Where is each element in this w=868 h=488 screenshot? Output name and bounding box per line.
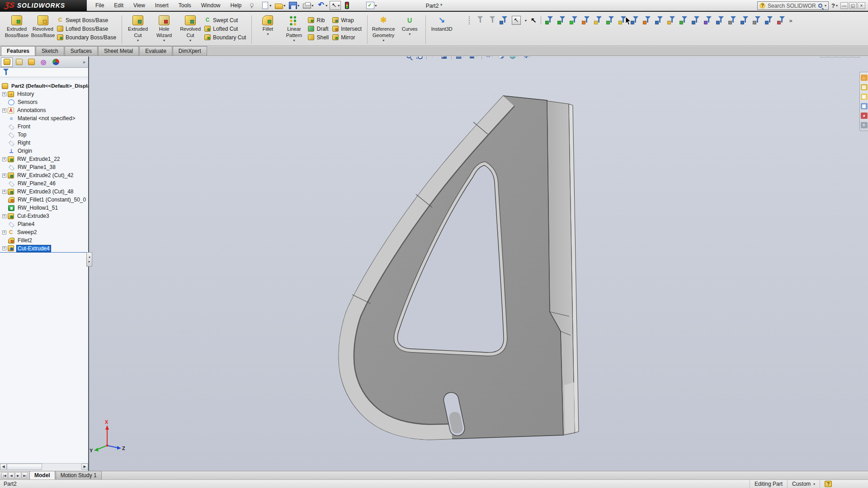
save-dropdown-icon[interactable]: ▾: [297, 4, 299, 8]
tree-item-fillet2[interactable]: Fillet2: [0, 236, 88, 244]
menu-view[interactable]: View: [128, 0, 150, 10]
tree-item-cut-extrude3[interactable]: +Cut-Extrude3: [0, 212, 88, 220]
tree-item-rw-hollow1-51[interactable]: RW_Hollow1_51: [0, 204, 88, 212]
select-all-filters-button[interactable]: [500, 16, 508, 24]
filter-centerlines-button[interactable]: [704, 16, 712, 24]
display-style-dropdown-icon[interactable]: ▾: [476, 56, 477, 58]
scroll-right-button[interactable]: ▶: [81, 464, 88, 470]
wrap-button[interactable]: Wrap: [331, 16, 364, 24]
edit-appearance-button[interactable]: [497, 56, 505, 60]
tree-horizontal-scrollbar[interactable]: ◀ ▶: [0, 463, 88, 470]
view-settings-dropdown-icon[interactable]: ▾: [530, 56, 532, 58]
minimize-button[interactable]: —: [840, 2, 848, 9]
filter-surface-finish-button[interactable]: [753, 16, 761, 24]
view-palette-icon[interactable]: ▦: [861, 103, 868, 109]
expand-icon[interactable]: +: [2, 157, 6, 161]
panel-tabs-overflow-button[interactable]: »: [83, 59, 87, 65]
filter-sketch-text-button[interactable]: [716, 16, 724, 24]
search-dropdown-icon[interactable]: ▾: [825, 4, 826, 8]
extruded-cut-button[interactable]: ExtrudedCut▾: [125, 14, 151, 46]
displaymanager-tab[interactable]: [50, 57, 61, 67]
filter-annotations-button[interactable]: [679, 16, 688, 24]
instant3d-button[interactable]: ↘Instant3D: [429, 14, 455, 46]
filter-balloons-button[interactable]: [741, 16, 749, 24]
reference-geometry-dropdown-icon[interactable]: ▾: [382, 38, 384, 42]
tree-item-material-not-specified-[interactable]: ≡Material <not specified>: [0, 114, 88, 122]
file-properties-button[interactable]: [353, 1, 364, 10]
menu-insert[interactable]: Insert: [150, 0, 174, 10]
status-help-button[interactable]: ?: [825, 481, 832, 487]
section-view-button[interactable]: ◪: [440, 56, 448, 60]
part-3d-model[interactable]: X Y Z: [89, 56, 868, 471]
open-button[interactable]: ▾: [274, 1, 287, 10]
curves-dropdown-icon[interactable]: ▾: [409, 32, 410, 36]
undo-dropdown-icon[interactable]: ▾: [326, 4, 327, 8]
featuremanager-filter-bar[interactable]: [0, 68, 88, 77]
filter-datums-button[interactable]: [777, 16, 785, 24]
expand-icon[interactable]: +: [2, 92, 6, 96]
swept-cut-button[interactable]: CSwept Cut: [203, 16, 249, 24]
file-explorer-icon[interactable]: ▣: [861, 94, 868, 100]
draft-button[interactable]: Draft: [307, 24, 331, 33]
select-dropdown-icon[interactable]: ▾: [338, 4, 340, 8]
filter-center-marks-button[interactable]: [692, 16, 700, 24]
clear-all-filters-button[interactable]: [487, 16, 495, 24]
tab-motion-study-1[interactable]: Motion Study 1: [56, 471, 102, 479]
tab-sketch[interactable]: Sketch: [36, 46, 64, 56]
expand-icon[interactable]: +: [2, 230, 6, 235]
curves-button[interactable]: ∪Curves▾: [396, 14, 423, 46]
revolved-boss-base-button[interactable]: RevolvedBoss/Base: [30, 14, 56, 46]
menu-file[interactable]: File: [90, 0, 109, 10]
mirror-button[interactable]: Mirror: [331, 33, 364, 42]
scroll-left-button[interactable]: ◀: [0, 464, 7, 470]
select-button[interactable]: ↖▾: [330, 1, 341, 10]
menu-window[interactable]: Window: [196, 0, 226, 10]
split-view-horizontal-button[interactable]: ▤: [820, 56, 827, 57]
tree-item-origin[interactable]: ⊥Origin: [0, 147, 88, 155]
options-button[interactable]: ▾: [365, 1, 378, 10]
hide-show-items-button[interactable]: ∞▾: [485, 56, 494, 60]
expand-icon[interactable]: +: [2, 108, 6, 113]
new-dropdown-icon[interactable]: ▾: [269, 4, 271, 8]
filter-sketch-segments-button[interactable]: [643, 16, 651, 24]
revolved-cut-dropdown-icon[interactable]: ▾: [189, 38, 191, 42]
filter-dimensions-button[interactable]: [667, 16, 675, 24]
tree-item-top[interactable]: Top: [0, 131, 88, 139]
unit-system-dropdown[interactable]: Custom ▾: [787, 480, 820, 488]
fillet-button[interactable]: Fillet▾: [255, 14, 281, 46]
rib-button[interactable]: Rib: [307, 16, 331, 24]
apply-scene-button[interactable]: ▾: [509, 56, 519, 60]
new-button[interactable]: ▾: [260, 1, 273, 10]
search-input[interactable]: Search SOLIDWORKS Help: [768, 3, 816, 9]
save-button[interactable]: ▾: [288, 1, 301, 10]
lofted-boss-base-button[interactable]: Lofted Boss/Base: [56, 24, 119, 33]
tree-item-annotations[interactable]: +AAnnotations: [0, 106, 88, 114]
revolved-cut-button[interactable]: RevolvedCut▾: [177, 14, 203, 46]
minimize-document-button[interactable]: —: [836, 56, 844, 57]
pin-menu-icon[interactable]: [248, 2, 255, 9]
options-dropdown-icon[interactable]: ▾: [375, 4, 377, 8]
toolbar-overflow-button[interactable]: »: [789, 17, 793, 24]
help-button[interactable]: ? ▾: [831, 2, 838, 9]
go-to-start-button[interactable]: |◀: [1, 472, 8, 479]
scrollbar-thumb[interactable]: [7, 464, 42, 470]
select-other-icon[interactable]: ↖: [531, 16, 537, 24]
panel-splitter-handle[interactable]: ◂▸: [86, 252, 92, 267]
filter-edges-button[interactable]: [557, 16, 566, 24]
undo-button[interactable]: ↶▾: [316, 1, 329, 10]
expand-icon[interactable]: +: [2, 214, 6, 218]
hole-wizard-dropdown-icon[interactable]: ▾: [163, 38, 165, 42]
apply-scene-dropdown-icon[interactable]: ▾: [517, 56, 519, 58]
graphics-viewport[interactable]: X Y Z ↶◪▧▾◼▾∞▾▾✱▾ ▤▥—◱× ⌂▤▣▦◕≡: [89, 56, 868, 471]
extruded-cut-dropdown-icon[interactable]: ▾: [137, 38, 139, 42]
toggle-selection-filters-button[interactable]: [475, 16, 483, 24]
restore-document-button[interactable]: ◱: [844, 56, 852, 57]
tab-features[interactable]: Features: [1, 46, 35, 56]
dimxpertmanager-tab[interactable]: ◎: [38, 57, 49, 67]
filter-vertices-button[interactable]: [545, 16, 553, 24]
tree-item-plane4[interactable]: Plane4: [0, 220, 88, 228]
view-settings-button[interactable]: ✱▾: [523, 56, 533, 60]
tab-sheet-metal[interactable]: Sheet Metal: [98, 46, 139, 56]
toolbar-grip[interactable]: [468, 16, 470, 25]
menu-tools[interactable]: Tools: [174, 0, 196, 10]
